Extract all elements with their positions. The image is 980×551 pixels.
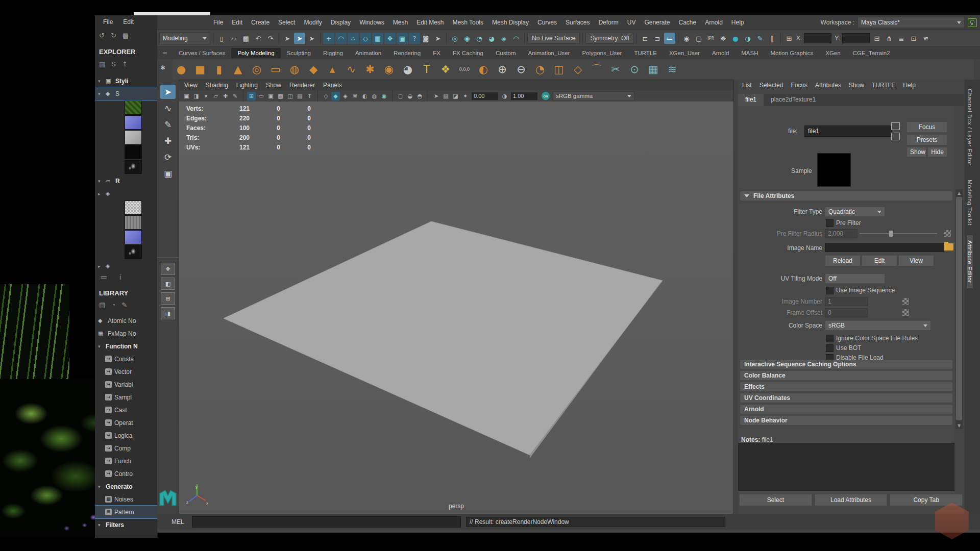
- poly-plane-icon[interactable]: ▭: [267, 61, 284, 78]
- new-folder-icon[interactable]: ▤: [99, 301, 105, 309]
- poly-platonic-icon[interactable]: ◆: [305, 61, 322, 78]
- section-uv-coordinates[interactable]: UV Coordinates: [740, 393, 952, 403]
- xray-active-icon[interactable]: ◓: [415, 92, 424, 101]
- viewport-canvas[interactable]: Verts:12100Edges:22000Faces:10000Tris:20…: [179, 102, 733, 514]
- live-surface-field[interactable]: No Live Surface: [527, 33, 580, 44]
- open-scene-icon[interactable]: ▱: [228, 33, 239, 44]
- exposure-icon[interactable]: ✦: [461, 92, 470, 101]
- menu-edit[interactable]: Edit: [232, 19, 242, 26]
- poly-gear-icon[interactable]: ✱: [361, 61, 379, 78]
- shelf-tab-rigging[interactable]: Rigging: [317, 48, 349, 58]
- exposure-input[interactable]: 0.00: [472, 92, 498, 100]
- grid-toggle-icon[interactable]: ⊞: [247, 92, 256, 101]
- section-interactive-sequence-caching[interactable]: Interactive Sequence Caching Options: [740, 360, 952, 369]
- shadows-icon[interactable]: ◐: [360, 92, 369, 101]
- shelf-editor-gear-icon[interactable]: ✱: [160, 64, 165, 71]
- falloff-curve-icon[interactable]: ◠: [510, 33, 522, 44]
- character-controls-icon[interactable]: ⋔: [884, 33, 895, 44]
- anti-alias-icon[interactable]: ◉: [380, 92, 388, 101]
- slider-handle[interactable]: [889, 231, 893, 237]
- poly-helix-icon[interactable]: ∿: [342, 61, 360, 78]
- shelf-tab-sculpting[interactable]: Sculpting: [281, 48, 317, 58]
- ae-menu-help[interactable]: Help: [903, 82, 916, 89]
- select-object-icon[interactable]: ➤: [294, 33, 305, 44]
- color-management-toggle[interactable]: on: [542, 92, 550, 100]
- shelf-tab-arnold[interactable]: Arnold: [706, 48, 735, 58]
- sd-menu-file[interactable]: File: [103, 18, 113, 26]
- select-hierarchy-icon[interactable]: ➤: [282, 33, 293, 44]
- make-live-icon[interactable]: ❖: [384, 33, 396, 44]
- type-tool-icon[interactable]: T: [418, 61, 435, 78]
- presets-button[interactable]: Presets: [906, 134, 947, 145]
- combine-icon[interactable]: ⊕: [494, 61, 511, 78]
- menu-windows[interactable]: Windows: [359, 19, 384, 26]
- symmetry-field[interactable]: Symmetry: Off: [585, 33, 633, 44]
- bridge-icon[interactable]: ⌒: [588, 61, 605, 78]
- ignore-color-space-rules-checkbox[interactable]: [826, 335, 834, 342]
- load-attributes-button[interactable]: Load Attributes: [815, 494, 888, 506]
- pre-filter-radius-input[interactable]: 2.000: [825, 229, 857, 238]
- grease-pencil-icon[interactable]: ✎: [231, 92, 239, 101]
- shelf-tab-turtle[interactable]: TURTLE: [628, 48, 663, 58]
- sidetab-attribute-editor[interactable]: Attribute Editor: [967, 235, 973, 288]
- shelf-tab-cge-terrain2[interactable]: CGE_Terrain2: [847, 48, 896, 58]
- show-button[interactable]: Show: [906, 147, 926, 157]
- sculpt-tool-icon[interactable]: ◕: [399, 61, 416, 78]
- menu-set-select[interactable]: Modeling: [159, 32, 210, 44]
- menu-select[interactable]: Select: [278, 19, 295, 26]
- paint-effects-icon[interactable]: ✎: [754, 33, 766, 44]
- origin-icon[interactable]: 0,0,0: [456, 61, 473, 78]
- mel-language-toggle[interactable]: MEL: [172, 518, 192, 525]
- ae-menu-focus[interactable]: Focus: [791, 82, 807, 89]
- gamma-input[interactable]: 1.00: [511, 92, 537, 100]
- section-file-attributes[interactable]: File Attributes: [740, 191, 952, 201]
- menu-mesh-display[interactable]: Mesh Display: [492, 19, 529, 26]
- menu-create[interactable]: Create: [251, 19, 270, 26]
- ae-menu-attributes[interactable]: Attributes: [815, 82, 841, 89]
- node-name-field[interactable]: file1: [804, 126, 892, 137]
- thumb-texture-purple[interactable]: [125, 115, 142, 130]
- panel-menu-renderer[interactable]: Renderer: [289, 82, 315, 89]
- menu-curves[interactable]: Curves: [537, 19, 557, 26]
- filter-icon[interactable]: ◔: [111, 301, 115, 309]
- section-color-balance[interactable]: Color Balance: [740, 371, 952, 380]
- outliner-persp-layout-icon[interactable]: ◨: [161, 307, 175, 319]
- info-icon[interactable]: i: [119, 273, 121, 281]
- lib-group-filters[interactable]: ▾Filters: [95, 518, 157, 531]
- undo-icon[interactable]: ↺: [99, 32, 105, 39]
- menu-help[interactable]: Help: [731, 19, 744, 26]
- snap-help-icon[interactable]: ?: [409, 33, 420, 44]
- ae-menu-list[interactable]: List: [742, 82, 752, 89]
- shelf-menu-icon[interactable]: =: [157, 49, 173, 57]
- xray-icon[interactable]: ◻: [396, 92, 405, 101]
- view-button[interactable]: View: [898, 255, 934, 266]
- workspace-lock-icon[interactable]: [968, 18, 977, 27]
- lib-item-constant[interactable]: ↪Consta: [95, 353, 157, 365]
- snap-projected-center-icon[interactable]: ◇: [360, 33, 371, 44]
- paint-selection-tool-icon[interactable]: ✎: [160, 117, 176, 132]
- publish-icon[interactable]: ↥: [122, 60, 128, 68]
- plugin-shelf-icon[interactable]: ▤: [442, 92, 450, 101]
- sidetab-modeling-toolkit[interactable]: Modeling Toolkit: [967, 174, 973, 231]
- poly-cone-icon[interactable]: ▲: [229, 61, 247, 78]
- graph-hierarchy-icon[interactable]: ≔: [100, 273, 107, 281]
- shelf-tab-animation[interactable]: Animation: [349, 48, 387, 58]
- caret-icon[interactable]: ▾: [98, 79, 103, 84]
- substance-engine-icon[interactable]: S: [111, 60, 116, 68]
- menu-mesh[interactable]: Mesh: [393, 19, 408, 26]
- thumb-texture-gray-noise[interactable]: [125, 215, 142, 230]
- tree-item-graph[interactable]: ▾◆S: [95, 87, 157, 100]
- wireframe-icon[interactable]: ◇: [322, 92, 330, 101]
- menu-generate[interactable]: Generate: [644, 19, 670, 26]
- menu-modify[interactable]: Modify: [304, 19, 322, 26]
- ae-tab-file1[interactable]: file1: [738, 94, 764, 106]
- shelf-tab-mash[interactable]: MASH: [735, 48, 764, 58]
- thumb-texture-green[interactable]: [125, 101, 142, 115]
- soft-select-global-icon[interactable]: ◕: [486, 33, 497, 44]
- section-effects[interactable]: Effects: [740, 382, 952, 391]
- use-bot-checkbox[interactable]: [826, 344, 834, 352]
- focus-button[interactable]: Focus: [906, 121, 947, 133]
- menu-edit-mesh[interactable]: Edit Mesh: [416, 19, 444, 26]
- x-input[interactable]: [804, 33, 831, 43]
- poly-cylinder-icon[interactable]: ▮: [210, 61, 228, 78]
